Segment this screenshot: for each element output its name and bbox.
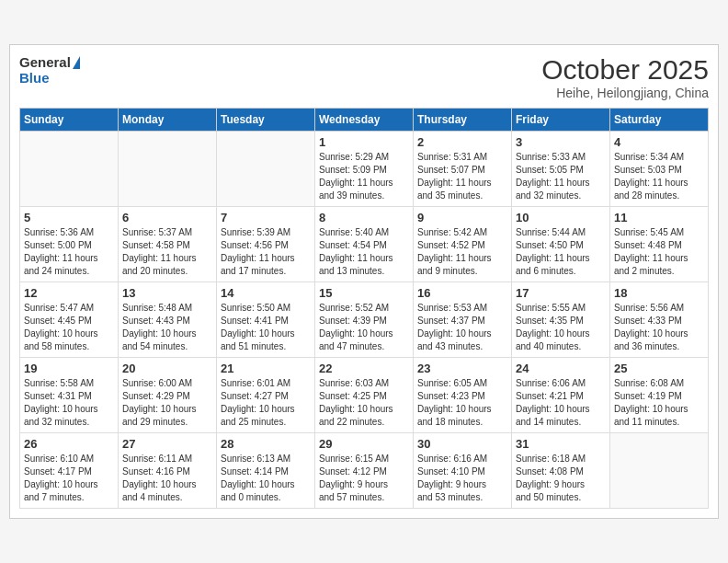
day-info: Sunrise: 5:31 AM Sunset: 5:07 PM Dayligh…: [417, 151, 507, 202]
calendar-cell: 6Sunrise: 5:37 AM Sunset: 4:58 PM Daylig…: [119, 207, 217, 282]
weekday-header: Friday: [512, 109, 610, 132]
day-info: Sunrise: 5:55 AM Sunset: 4:35 PM Dayligh…: [516, 302, 606, 353]
day-info: Sunrise: 6:11 AM Sunset: 4:16 PM Dayligh…: [122, 453, 212, 504]
logo-blue: Blue: [19, 70, 50, 86]
calendar-cell: 16Sunrise: 5:53 AM Sunset: 4:37 PM Dayli…: [414, 282, 512, 358]
day-info: Sunrise: 5:42 AM Sunset: 4:52 PM Dayligh…: [417, 226, 507, 278]
day-info: Sunrise: 5:45 AM Sunset: 4:48 PM Dayligh…: [614, 226, 704, 278]
calendar-cell: 14Sunrise: 5:50 AM Sunset: 4:41 PM Dayli…: [217, 282, 315, 358]
day-number: 3: [516, 135, 606, 149]
calendar-cell: 20Sunrise: 6:00 AM Sunset: 4:29 PM Dayli…: [119, 358, 217, 433]
calendar-cell: 29Sunrise: 6:15 AM Sunset: 4:12 PM Dayli…: [315, 433, 414, 509]
day-info: Sunrise: 6:13 AM Sunset: 4:14 PM Dayligh…: [221, 453, 311, 504]
calendar-cell: 30Sunrise: 6:16 AM Sunset: 4:10 PM Dayli…: [414, 433, 512, 509]
logo-general: General: [19, 54, 71, 70]
day-info: Sunrise: 6:10 AM Sunset: 4:17 PM Dayligh…: [24, 453, 114, 504]
day-number: 15: [319, 286, 409, 300]
day-number: 16: [417, 286, 507, 300]
calendar-cell: 17Sunrise: 5:55 AM Sunset: 4:35 PM Dayli…: [512, 282, 610, 358]
day-info: Sunrise: 6:01 AM Sunset: 4:27 PM Dayligh…: [221, 377, 311, 429]
day-info: Sunrise: 6:00 AM Sunset: 4:29 PM Dayligh…: [122, 377, 212, 429]
day-info: Sunrise: 6:08 AM Sunset: 4:19 PM Dayligh…: [614, 377, 704, 429]
day-number: 12: [24, 286, 114, 300]
calendar-cell: 22Sunrise: 6:03 AM Sunset: 4:25 PM Dayli…: [315, 358, 414, 433]
day-number: 11: [614, 211, 704, 224]
day-number: 7: [221, 211, 311, 224]
calendar-cell: 7Sunrise: 5:39 AM Sunset: 4:56 PM Daylig…: [217, 207, 315, 282]
day-info: Sunrise: 5:37 AM Sunset: 4:58 PM Dayligh…: [122, 226, 212, 278]
day-number: 24: [516, 362, 606, 375]
day-info: Sunrise: 6:18 AM Sunset: 4:08 PM Dayligh…: [516, 453, 606, 504]
day-info: Sunrise: 6:03 AM Sunset: 4:25 PM Dayligh…: [319, 377, 409, 429]
day-number: 26: [24, 437, 114, 451]
day-info: Sunrise: 6:15 AM Sunset: 4:12 PM Dayligh…: [319, 453, 409, 504]
day-info: Sunrise: 5:53 AM Sunset: 4:37 PM Dayligh…: [417, 302, 507, 353]
logo-icon: [73, 56, 80, 69]
day-number: 14: [221, 286, 311, 300]
day-info: Sunrise: 5:50 AM Sunset: 4:41 PM Dayligh…: [221, 302, 311, 353]
calendar-cell: 28Sunrise: 6:13 AM Sunset: 4:14 PM Dayli…: [217, 433, 315, 509]
calendar-cell: 21Sunrise: 6:01 AM Sunset: 4:27 PM Dayli…: [217, 358, 315, 433]
day-number: 5: [24, 211, 114, 224]
day-info: Sunrise: 6:06 AM Sunset: 4:21 PM Dayligh…: [516, 377, 606, 429]
day-number: 17: [516, 286, 606, 300]
calendar-cell: 2Sunrise: 5:31 AM Sunset: 5:07 PM Daylig…: [414, 132, 512, 207]
calendar-cell: 24Sunrise: 6:06 AM Sunset: 4:21 PM Dayli…: [512, 358, 610, 433]
day-number: 10: [516, 211, 606, 224]
calendar-cell: [217, 132, 315, 207]
day-number: 1: [319, 135, 409, 149]
day-info: Sunrise: 6:16 AM Sunset: 4:10 PM Dayligh…: [417, 453, 507, 504]
day-number: 30: [417, 437, 507, 451]
calendar-cell: [610, 433, 709, 509]
calendar-container: General Blue October 2025 Heihe, Heilong…: [9, 44, 719, 519]
day-info: Sunrise: 5:48 AM Sunset: 4:43 PM Dayligh…: [122, 302, 212, 353]
calendar-cell: [20, 132, 119, 207]
weekday-header: Wednesday: [315, 109, 414, 132]
calendar-cell: 15Sunrise: 5:52 AM Sunset: 4:39 PM Dayli…: [315, 282, 414, 358]
calendar-cell: 25Sunrise: 6:08 AM Sunset: 4:19 PM Dayli…: [610, 358, 709, 433]
day-number: 4: [614, 135, 704, 149]
day-info: Sunrise: 5:33 AM Sunset: 5:05 PM Dayligh…: [516, 151, 606, 202]
day-info: Sunrise: 5:56 AM Sunset: 4:33 PM Dayligh…: [614, 302, 704, 353]
calendar-cell: 13Sunrise: 5:48 AM Sunset: 4:43 PM Dayli…: [119, 282, 217, 358]
day-info: Sunrise: 5:39 AM Sunset: 4:56 PM Dayligh…: [221, 226, 311, 278]
calendar-week-row: 5Sunrise: 5:36 AM Sunset: 5:00 PM Daylig…: [20, 207, 709, 282]
calendar-cell: 23Sunrise: 6:05 AM Sunset: 4:23 PM Dayli…: [414, 358, 512, 433]
day-info: Sunrise: 6:05 AM Sunset: 4:23 PM Dayligh…: [417, 377, 507, 429]
calendar-cell: 10Sunrise: 5:44 AM Sunset: 4:50 PM Dayli…: [512, 207, 610, 282]
day-number: 22: [319, 362, 409, 375]
day-number: 25: [614, 362, 704, 375]
day-number: 29: [319, 437, 409, 451]
calendar-cell: 31Sunrise: 6:18 AM Sunset: 4:08 PM Dayli…: [512, 433, 610, 509]
weekday-header-row: SundayMondayTuesdayWednesdayThursdayFrid…: [20, 109, 709, 132]
calendar-cell: 9Sunrise: 5:42 AM Sunset: 4:52 PM Daylig…: [414, 207, 512, 282]
calendar-week-row: 12Sunrise: 5:47 AM Sunset: 4:45 PM Dayli…: [20, 282, 709, 358]
day-number: 28: [221, 437, 311, 451]
location-title: Heihe, Heilongjiang, China: [541, 86, 709, 100]
calendar-week-row: 26Sunrise: 6:10 AM Sunset: 4:17 PM Dayli…: [20, 433, 709, 509]
day-info: Sunrise: 5:52 AM Sunset: 4:39 PM Dayligh…: [319, 302, 409, 353]
calendar-cell: 27Sunrise: 6:11 AM Sunset: 4:16 PM Dayli…: [119, 433, 217, 509]
day-info: Sunrise: 5:47 AM Sunset: 4:45 PM Dayligh…: [24, 302, 114, 353]
day-number: 23: [417, 362, 507, 375]
calendar-cell: 11Sunrise: 5:45 AM Sunset: 4:48 PM Dayli…: [610, 207, 709, 282]
weekday-header: Saturday: [610, 109, 709, 132]
calendar-cell: 1Sunrise: 5:29 AM Sunset: 5:09 PM Daylig…: [315, 132, 414, 207]
day-info: Sunrise: 5:36 AM Sunset: 5:00 PM Dayligh…: [24, 226, 114, 278]
title-section: October 2025 Heihe, Heilongjiang, China: [541, 54, 709, 100]
day-number: 31: [516, 437, 606, 451]
calendar-cell: 12Sunrise: 5:47 AM Sunset: 4:45 PM Dayli…: [20, 282, 119, 358]
weekday-header: Thursday: [414, 109, 512, 132]
calendar-cell: [119, 132, 217, 207]
calendar-cell: 4Sunrise: 5:34 AM Sunset: 5:03 PM Daylig…: [610, 132, 709, 207]
day-number: 6: [122, 211, 212, 224]
weekday-header: Sunday: [20, 109, 119, 132]
weekday-header: Monday: [119, 109, 217, 132]
day-number: 20: [122, 362, 212, 375]
day-info: Sunrise: 5:29 AM Sunset: 5:09 PM Dayligh…: [319, 151, 409, 202]
day-info: Sunrise: 5:58 AM Sunset: 4:31 PM Dayligh…: [24, 377, 114, 429]
day-number: 19: [24, 362, 114, 375]
calendar-cell: 19Sunrise: 5:58 AM Sunset: 4:31 PM Dayli…: [20, 358, 119, 433]
day-number: 8: [319, 211, 409, 224]
day-number: 21: [221, 362, 311, 375]
